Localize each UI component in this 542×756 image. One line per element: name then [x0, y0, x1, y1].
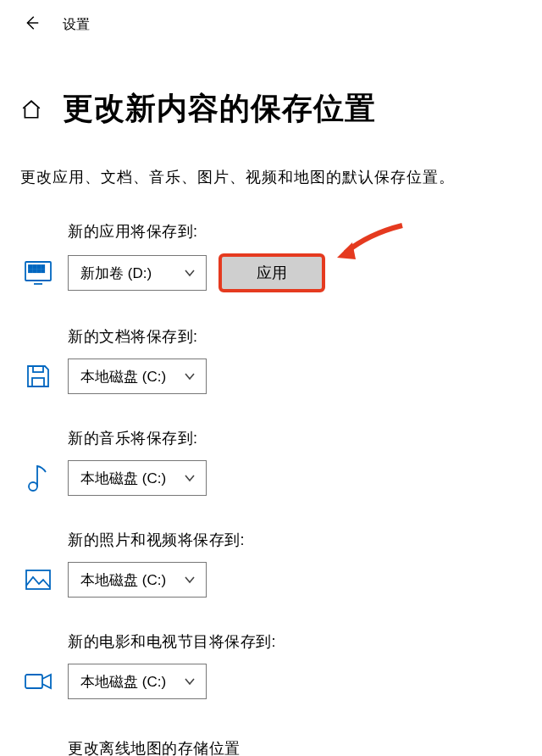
section-documents: 新的文档将保存到: 本地磁盘 (C:): [0, 292, 542, 394]
movies-label: 新的电影和电视节目将保存到:: [68, 631, 522, 652]
apps-label: 新的应用将保存到:: [68, 221, 522, 242]
svg-rect-6: [33, 270, 36, 272]
photos-label: 新的照片和视频将保存到:: [68, 530, 522, 550]
movies-dropdown-value: 本地磁盘 (C:): [80, 672, 166, 692]
section-apps: 新的应用将保存到: 新加卷 (D:) 应用: [0, 187, 542, 292]
page-title: 更改新内容的保存位置: [63, 88, 376, 130]
svg-rect-3: [37, 265, 40, 268]
photos-dropdown[interactable]: 本地磁盘 (C:): [68, 562, 207, 598]
header: 设置: [0, 0, 542, 44]
video-icon: [20, 671, 56, 692]
apps-dropdown[interactable]: 新加卷 (D:): [68, 255, 207, 291]
svg-rect-4: [41, 265, 44, 268]
apply-button[interactable]: 应用: [218, 253, 325, 292]
svg-rect-11: [33, 366, 43, 372]
movies-dropdown[interactable]: 本地磁盘 (C:): [68, 664, 207, 699]
svg-rect-1: [29, 265, 31, 268]
apps-icon: [20, 260, 56, 286]
title-row: 更改新内容的保存位置: [0, 44, 542, 130]
photos-dropdown-value: 本地磁盘 (C:): [80, 570, 166, 590]
chevron-down-icon: [184, 267, 196, 279]
offline-maps-label: 更改离线地图的存储位置: [0, 699, 542, 756]
back-button[interactable]: [22, 14, 41, 36]
chevron-down-icon: [184, 675, 196, 687]
apps-dropdown-value: 新加卷 (D:): [80, 264, 152, 283]
music-dropdown[interactable]: 本地磁盘 (C:): [68, 460, 207, 496]
docs-dropdown-value: 本地磁盘 (C:): [80, 367, 166, 386]
svg-rect-2: [33, 265, 36, 268]
music-dropdown-value: 本地磁盘 (C:): [80, 469, 166, 488]
svg-rect-7: [37, 270, 40, 272]
header-title: 设置: [63, 16, 90, 34]
docs-dropdown[interactable]: 本地磁盘 (C:): [68, 359, 207, 394]
apply-button-label: 应用: [257, 263, 287, 283]
svg-rect-10: [32, 378, 44, 386]
svg-rect-5: [29, 270, 31, 272]
chevron-down-icon: [184, 370, 196, 382]
page-description: 更改应用、文档、音乐、图片、视频和地图的默认保存位置。: [0, 130, 542, 187]
music-icon: [20, 464, 56, 492]
section-movies: 新的电影和电视节目将保存到: 本地磁盘 (C:): [0, 598, 542, 699]
music-label: 新的音乐将保存到:: [68, 428, 522, 448]
save-icon: [20, 364, 56, 389]
docs-label: 新的文档将保存到:: [68, 326, 522, 347]
svg-rect-14: [25, 675, 42, 688]
svg-point-12: [29, 482, 37, 491]
chevron-down-icon: [184, 472, 196, 484]
home-icon[interactable]: [20, 98, 42, 120]
section-photos: 新的照片和视频将保存到: 本地磁盘 (C:): [0, 496, 542, 598]
svg-rect-8: [41, 270, 44, 272]
section-music: 新的音乐将保存到: 本地磁盘 (C:): [0, 394, 542, 496]
image-icon: [20, 569, 56, 591]
chevron-down-icon: [184, 574, 196, 586]
svg-rect-13: [26, 570, 50, 589]
